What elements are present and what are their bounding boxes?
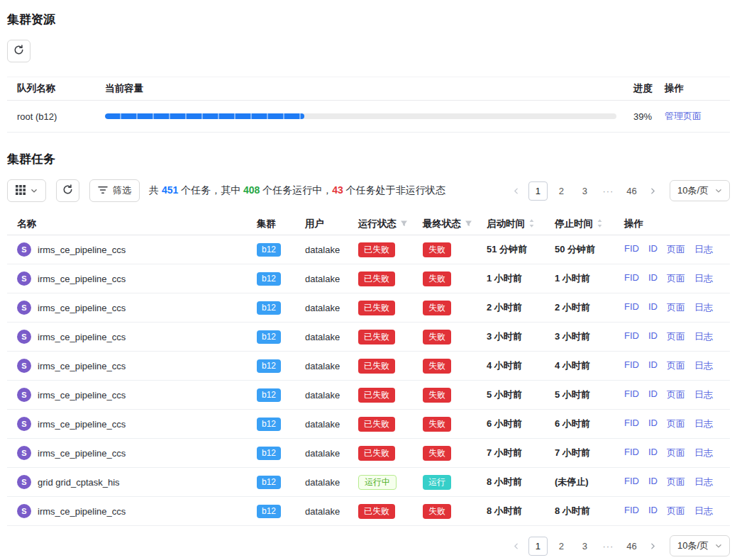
- col-capacity: 当前容量: [105, 82, 616, 95]
- fid-link[interactable]: FID: [624, 243, 639, 256]
- fid-link[interactable]: FID: [624, 388, 639, 401]
- page-button-3[interactable]: 3: [575, 181, 594, 201]
- fid-link[interactable]: FID: [624, 272, 639, 285]
- summary-nonrunning-count: 43: [332, 184, 343, 196]
- id-link[interactable]: ID: [648, 447, 658, 459]
- log-link[interactable]: 日志: [694, 418, 713, 430]
- page-ellipsis[interactable]: ···: [599, 181, 618, 201]
- page-button-2[interactable]: 2: [552, 537, 571, 556]
- sort-carets-icon[interactable]: [528, 218, 535, 230]
- task-type-avatar: S: [17, 271, 31, 286]
- fid-link[interactable]: FID: [624, 476, 639, 488]
- task-type-avatar: S: [17, 359, 31, 373]
- resources-refresh-button[interactable]: [7, 40, 31, 62]
- task-type-avatar: S: [17, 417, 31, 431]
- page-link[interactable]: 页面: [667, 447, 685, 459]
- cluster-badge: b12: [257, 418, 281, 431]
- log-link[interactable]: 日志: [694, 330, 713, 343]
- column-filter-icon[interactable]: [400, 219, 408, 230]
- id-link[interactable]: ID: [648, 301, 658, 314]
- filter-button[interactable]: 筛选: [89, 179, 140, 202]
- log-link[interactable]: 日志: [694, 243, 713, 256]
- page-button-3[interactable]: 3: [575, 537, 594, 556]
- run-status-badge: 已失败: [358, 242, 395, 257]
- stop-time: 7 小时前: [555, 447, 624, 459]
- id-link[interactable]: ID: [648, 388, 658, 401]
- fid-link[interactable]: FID: [624, 359, 639, 372]
- prev-page-button[interactable]: [509, 538, 524, 554]
- page-link[interactable]: 页面: [667, 359, 685, 372]
- id-link[interactable]: ID: [648, 243, 658, 256]
- progress-value: 39%: [616, 111, 665, 122]
- column-settings-button[interactable]: [7, 179, 46, 202]
- page-button-2[interactable]: 2: [552, 181, 571, 201]
- log-link[interactable]: 日志: [694, 359, 713, 372]
- cluster-badge: b12: [257, 330, 281, 344]
- fid-link[interactable]: FID: [624, 447, 639, 459]
- final-status-badge: 失败: [423, 301, 451, 315]
- sort-carets-icon[interactable]: [597, 218, 603, 230]
- fid-link[interactable]: FID: [624, 301, 639, 314]
- page-button-last[interactable]: 46: [622, 537, 641, 556]
- stop-time: 8 小时前: [555, 505, 624, 517]
- table-row: S irms_ce_pipeline_ccs b12 datalake 已失败 …: [7, 293, 730, 323]
- id-link[interactable]: ID: [648, 359, 658, 372]
- task-type-avatar: S: [17, 446, 31, 460]
- stop-time: (未停止): [555, 476, 624, 488]
- fid-link[interactable]: FID: [624, 330, 639, 343]
- page-link[interactable]: 页面: [667, 301, 685, 314]
- fid-link[interactable]: FID: [624, 418, 639, 430]
- page-link[interactable]: 页面: [667, 388, 685, 401]
- id-link[interactable]: ID: [648, 505, 658, 517]
- row-actions: FID ID 页面 日志: [624, 476, 720, 488]
- page-link[interactable]: 页面: [667, 418, 685, 430]
- user-name: datalake: [305, 448, 358, 459]
- column-filter-icon[interactable]: [465, 219, 472, 230]
- page-link[interactable]: 页面: [667, 330, 685, 343]
- tasks-table: 名称 集群 用户 运行状态 最终状态 启动时间: [7, 213, 730, 526]
- chevron-down-icon: [31, 186, 38, 196]
- run-status-badge: 已失败: [358, 504, 395, 519]
- page-link[interactable]: 页面: [667, 243, 685, 256]
- summary-text: 个任务处于非运行状态: [343, 184, 445, 196]
- start-time: 51 分钟前: [487, 243, 555, 256]
- next-page-button[interactable]: [645, 183, 661, 198]
- page-button-last[interactable]: 46: [622, 181, 641, 201]
- id-link[interactable]: ID: [648, 330, 658, 343]
- log-link[interactable]: 日志: [694, 388, 713, 401]
- grid-view-icon: [16, 185, 26, 197]
- log-link[interactable]: 日志: [694, 505, 713, 517]
- manage-page-link[interactable]: 管理页面: [665, 111, 702, 121]
- id-link[interactable]: ID: [648, 272, 658, 285]
- page-size-select[interactable]: 10条/页: [670, 180, 730, 201]
- page-ellipsis[interactable]: ···: [599, 537, 618, 556]
- fid-link[interactable]: FID: [624, 505, 639, 517]
- page-link[interactable]: 页面: [667, 476, 685, 488]
- page-link[interactable]: 页面: [667, 505, 685, 517]
- start-time: 6 小时前: [487, 418, 555, 430]
- prev-page-button[interactable]: [509, 183, 524, 198]
- page-button-1[interactable]: 1: [528, 537, 548, 556]
- col-user: 用户: [305, 218, 358, 230]
- task-type-avatar: S: [17, 330, 31, 344]
- row-actions: FID ID 页面 日志: [624, 505, 720, 517]
- id-link[interactable]: ID: [648, 418, 658, 430]
- page-link[interactable]: 页面: [667, 272, 685, 285]
- start-time: 8 小时前: [487, 505, 555, 517]
- queue-name: root (b12): [17, 111, 105, 122]
- id-link[interactable]: ID: [648, 476, 658, 488]
- log-link[interactable]: 日志: [694, 476, 713, 488]
- col-name: 名称: [17, 218, 257, 230]
- final-status-badge: 失败: [423, 388, 451, 403]
- task-name: irms_ce_pipeline_ccs: [38, 448, 126, 459]
- page-button-1[interactable]: 1: [528, 181, 548, 201]
- next-page-button[interactable]: [645, 538, 661, 554]
- tasks-refresh-button[interactable]: [56, 179, 79, 202]
- cluster-badge: b12: [257, 243, 281, 257]
- run-status-badge: 已失败: [358, 330, 395, 345]
- table-row: S irms_ce_pipeline_ccs b12 datalake 已失败 …: [7, 497, 730, 526]
- log-link[interactable]: 日志: [694, 447, 713, 459]
- page-size-select[interactable]: 10条/页: [670, 535, 730, 556]
- log-link[interactable]: 日志: [694, 301, 713, 314]
- log-link[interactable]: 日志: [694, 272, 713, 285]
